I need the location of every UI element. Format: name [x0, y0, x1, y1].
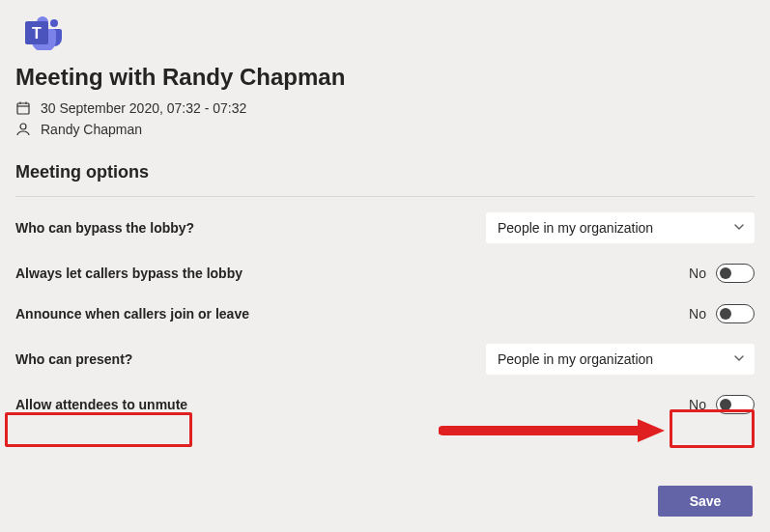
option-row-who-can-present: Who can present? People in my organizati…: [15, 334, 755, 384]
option-row-callers-bypass: Always let callers bypass the lobby No: [15, 253, 755, 294]
option-label: Announce when callers join or leave: [15, 306, 249, 322]
allow-unmute-toggle[interactable]: [716, 395, 755, 414]
dropdown-value: People in my organization: [498, 351, 653, 367]
toggle-value: No: [689, 397, 706, 412]
option-row-allow-unmute: Allow attendees to unmute No: [15, 384, 755, 425]
svg-text:T: T: [32, 25, 42, 42]
meeting-organizer: Randy Chapman: [41, 122, 142, 137]
calendar-icon: [15, 100, 31, 116]
option-row-announce: Announce when callers join or leave No: [15, 294, 755, 334]
meeting-title: Meeting with Randy Chapman: [15, 64, 755, 91]
option-label: Allow attendees to unmute: [15, 397, 187, 412]
save-button[interactable]: Save: [658, 486, 753, 517]
toggle-value: No: [689, 266, 706, 281]
svg-point-0: [50, 19, 58, 27]
option-label: Who can bypass the lobby?: [15, 220, 194, 236]
chevron-down-icon: [733, 220, 745, 236]
meeting-datetime: 30 September 2020, 07:32 - 07:32: [41, 100, 246, 116]
option-label: Who can present?: [15, 351, 132, 367]
option-row-bypass-lobby: Who can bypass the lobby? People in my o…: [15, 203, 755, 253]
person-icon: [15, 122, 31, 137]
divider: [15, 196, 755, 197]
callers-bypass-toggle[interactable]: [716, 264, 755, 283]
toggle-value: No: [689, 306, 706, 322]
dropdown-value: People in my organization: [498, 220, 653, 236]
option-label: Always let callers bypass the lobby: [15, 266, 242, 281]
svg-point-8: [20, 124, 26, 129]
bypass-lobby-select[interactable]: People in my organization: [486, 212, 755, 243]
section-title: Meeting options: [15, 162, 755, 182]
teams-logo-icon: T: [15, 15, 755, 54]
svg-rect-4: [17, 103, 29, 114]
announce-toggle[interactable]: [716, 304, 755, 323]
who-can-present-select[interactable]: People in my organization: [486, 344, 755, 375]
chevron-down-icon: [733, 351, 745, 367]
